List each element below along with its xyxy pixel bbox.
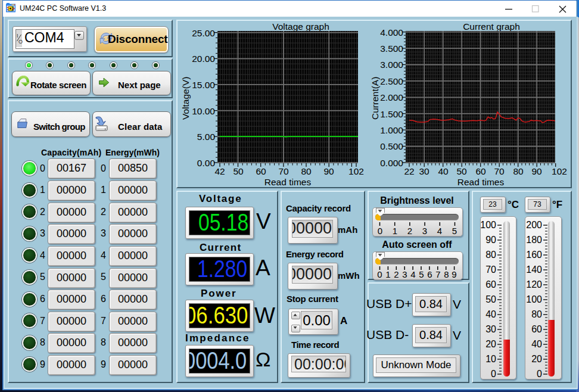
svg-text:I: I [17,33,18,39]
svg-text:O: O [18,39,23,45]
